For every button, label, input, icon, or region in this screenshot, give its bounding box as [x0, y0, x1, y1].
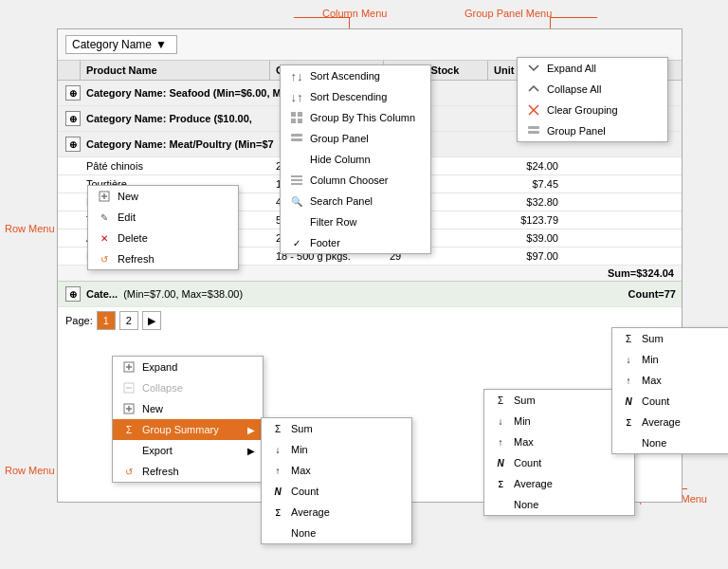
- page-2-btn[interactable]: 2: [119, 311, 138, 330]
- gfm-count[interactable]: N Count: [612, 391, 728, 412]
- cell-price: $39.00: [488, 229, 564, 247]
- svg-rect-3: [298, 119, 302, 123]
- group-panel-menu-label: Group Panel Menu: [464, 8, 552, 19]
- gfm-sum[interactable]: Σ Sum: [612, 328, 728, 349]
- gp-expand-all[interactable]: Expand All: [518, 58, 667, 79]
- gfm-none[interactable]: None: [612, 432, 728, 453]
- gs-min[interactable]: ↓ Min: [262, 439, 411, 460]
- sort-desc-icon: ↓↑: [288, 89, 305, 104]
- fm-sum-icon: Σ: [492, 393, 509, 408]
- gfm-count-icon: N: [620, 394, 637, 409]
- cell-price: $7.45: [488, 175, 564, 193]
- gfm-none-icon: [620, 435, 637, 450]
- sum-icon: Σ: [269, 421, 286, 436]
- count-label: Count=77: [587, 285, 682, 303]
- svg-rect-12: [528, 131, 539, 134]
- page-1-btn[interactable]: 1: [97, 311, 116, 330]
- row-expand-btn[interactable]: Expand: [113, 357, 263, 377]
- expand-btn-2[interactable]: ⊕: [65, 286, 81, 302]
- footer-check-icon: ✓: [288, 235, 305, 250]
- hide-col-icon: [288, 152, 305, 167]
- count-icon: N: [269, 484, 286, 499]
- col-menu-item-sort-desc[interactable]: ↓↑ Sort Descending: [281, 86, 430, 107]
- sort-asc-icon: ↑↓: [288, 68, 305, 83]
- col-menu-item-group-by[interactable]: Group By This Column: [281, 107, 430, 128]
- fm-count-icon: N: [492, 455, 509, 470]
- svg-rect-8: [291, 183, 302, 185]
- expand-btn-meat[interactable]: ⊕: [65, 137, 81, 152]
- svg-rect-2: [291, 119, 296, 123]
- page-label: Page:: [65, 315, 93, 326]
- fm-none-icon: [492, 497, 509, 512]
- svg-rect-5: [291, 138, 302, 141]
- svg-rect-0: [291, 112, 296, 117]
- col-menu-item-filter-row[interactable]: Filter Row: [281, 211, 430, 232]
- row-delete-btn[interactable]: ✕ Delete: [88, 228, 238, 248]
- group-row-2: ⊕ Cate... (Min=$7.00, Max=$38.00) Count=…: [58, 282, 682, 307]
- gfm-max-icon: ↑: [620, 373, 637, 388]
- cell-price: $32.80: [488, 193, 564, 211]
- fm-count[interactable]: N Count: [484, 452, 634, 473]
- svg-rect-7: [291, 179, 302, 181]
- row-new-btn[interactable]: New: [88, 186, 238, 207]
- page-next-btn[interactable]: ▶: [142, 311, 161, 330]
- gs-max[interactable]: ↑ Max: [262, 460, 411, 481]
- group-by-icon: [288, 110, 305, 125]
- fm-none[interactable]: None: [484, 494, 634, 515]
- col-product-header[interactable]: Product Name: [81, 61, 270, 80]
- group-summary-icon: Σ: [120, 422, 137, 437]
- fm-min-icon: ↓: [492, 413, 509, 429]
- col-menu-item-group-panel[interactable]: Group Panel: [281, 128, 430, 149]
- expand-btn-seafood[interactable]: ⊕: [65, 85, 81, 101]
- collapse-all-icon: [525, 82, 542, 97]
- gp-group-panel[interactable]: Group Panel: [518, 120, 667, 141]
- row-menu-bottom: Expand Collapse New Σ Group Summary ▶ Ex…: [112, 356, 264, 483]
- gs-average[interactable]: Σ̄ Average: [262, 502, 411, 523]
- row-refresh-btn[interactable]: ↺ Refresh: [88, 248, 238, 269]
- col-chooser-icon: [288, 173, 305, 188]
- refresh-icon-2: ↺: [120, 464, 137, 479]
- cell-price: $24.00: [488, 157, 564, 174]
- fm-max-icon: ↑: [492, 434, 509, 450]
- row-group-summary-btn[interactable]: Σ Group Summary ▶: [113, 419, 263, 440]
- export-icon: [120, 443, 137, 458]
- expand-btn-produce[interactable]: ⊕: [65, 111, 81, 126]
- col-menu-item-footer[interactable]: ✓ Footer: [281, 232, 430, 253]
- group-label-2: Cate... (Min=$7.00, Max=$38.00): [81, 285, 587, 303]
- gfm-min-icon: ↓: [620, 352, 637, 367]
- svg-rect-4: [291, 134, 302, 137]
- gs-count[interactable]: N Count: [262, 481, 411, 502]
- refresh-icon: ↺: [96, 251, 113, 266]
- row-menu-top-label: Row Menu: [5, 223, 55, 234]
- group-footer-menu: Σ Sum ↓ Min ↑ Max N Count Σ̄ Average Non…: [611, 327, 728, 454]
- col-menu-item-search[interactable]: 🔍 Search Panel: [281, 191, 430, 211]
- fm-average[interactable]: Σ̄ Average: [484, 473, 634, 494]
- gs-none[interactable]: None: [262, 523, 411, 543]
- row-new-btn2[interactable]: New: [113, 398, 263, 419]
- gp-collapse-all[interactable]: Collapse All: [518, 79, 667, 100]
- none-icon-gs: [269, 525, 286, 541]
- col-menu-item-chooser[interactable]: Column Chooser: [281, 170, 430, 191]
- gfm-max[interactable]: ↑ Max: [612, 370, 728, 391]
- row-collapse-btn[interactable]: Collapse: [113, 377, 263, 398]
- row-export-btn[interactable]: Export ▶: [113, 440, 263, 461]
- fm-average-icon: Σ̄: [492, 476, 509, 491]
- gp-clear-grouping[interactable]: Clear Grouping: [518, 100, 667, 120]
- page-nav-row: Page: 1 2 ▶: [58, 307, 682, 334]
- row-menu-bottom-label: Row Menu: [5, 465, 55, 476]
- row-edit-btn[interactable]: ✎ Edit: [88, 207, 238, 228]
- gfm-min[interactable]: ↓ Min: [612, 349, 728, 370]
- col-menu-item-sort-asc[interactable]: ↑↓ Sort Ascending: [281, 65, 430, 86]
- gfm-average[interactable]: Σ̄ Average: [612, 412, 728, 432]
- new-icon-2: [120, 401, 137, 416]
- export-submenu-arrow: ▶: [247, 446, 255, 456]
- col-expand-header: [58, 61, 81, 80]
- min-icon: ↓: [269, 442, 286, 457]
- column-menu: ↑↓ Sort Ascending ↓↑ Sort Descending Gro…: [280, 64, 431, 254]
- expand-icon: [120, 359, 137, 375]
- group-panel-menu: Expand All Collapse All Clear Grouping G…: [517, 57, 668, 142]
- gs-sum[interactable]: Σ Sum: [262, 418, 411, 439]
- filter-dropdown[interactable]: Category Name ▼: [65, 35, 177, 54]
- col-menu-item-hide[interactable]: Hide Column: [281, 149, 430, 170]
- row-refresh-btn2[interactable]: ↺ Refresh: [113, 461, 263, 482]
